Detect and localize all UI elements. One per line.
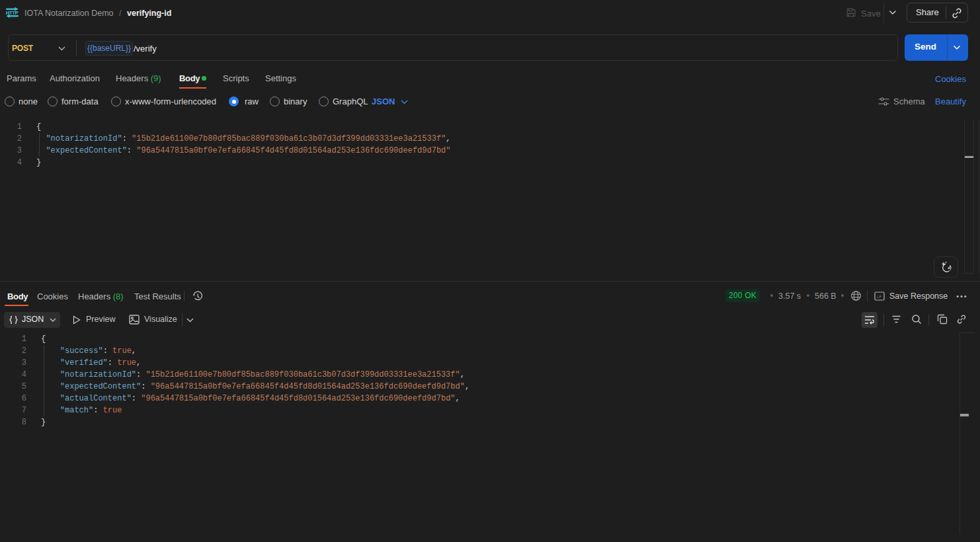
svg-text:HTTP: HTTP [6, 10, 19, 16]
svg-text:↓↗: ↓↗ [876, 295, 881, 299]
